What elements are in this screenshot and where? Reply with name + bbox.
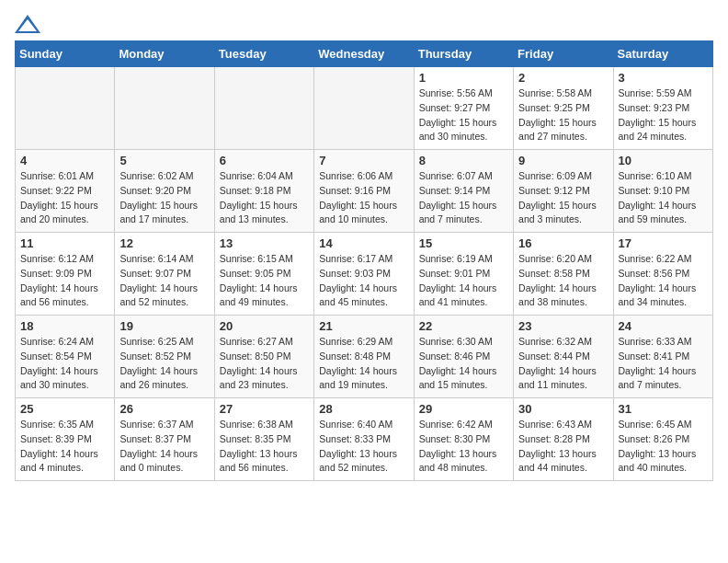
day-info: Sunrise: 6:19 AMSunset: 9:01 PMDaylight:… bbox=[419, 252, 508, 310]
calendar-cell bbox=[16, 67, 115, 150]
calendar-cell: 1Sunrise: 5:56 AMSunset: 9:27 PMDaylight… bbox=[414, 67, 513, 150]
header-sunday: Sunday bbox=[16, 41, 115, 67]
day-info: Sunrise: 6:10 AMSunset: 9:10 PMDaylight:… bbox=[619, 169, 708, 227]
day-number: 20 bbox=[220, 319, 309, 333]
calendar-cell bbox=[115, 67, 214, 150]
day-info: Sunrise: 6:37 AMSunset: 8:37 PMDaylight:… bbox=[119, 418, 209, 476]
day-number: 3 bbox=[619, 71, 708, 85]
calendar-cell: 29Sunrise: 6:42 AMSunset: 8:30 PMDayligh… bbox=[414, 398, 513, 481]
header-wednesday: Wednesday bbox=[314, 41, 414, 67]
day-number: 25 bbox=[20, 402, 109, 416]
calendar-cell: 23Sunrise: 6:32 AMSunset: 8:44 PMDayligh… bbox=[514, 316, 613, 398]
calendar-cell: 13Sunrise: 6:15 AMSunset: 9:05 PMDayligh… bbox=[214, 233, 313, 316]
day-info: Sunrise: 6:45 AMSunset: 8:26 PMDaylight:… bbox=[619, 418, 708, 476]
day-number: 30 bbox=[518, 402, 608, 416]
calendar-cell: 2Sunrise: 5:58 AMSunset: 9:25 PMDaylight… bbox=[514, 67, 613, 150]
calendar-week-3: 18Sunrise: 6:24 AMSunset: 8:54 PMDayligh… bbox=[16, 316, 713, 398]
day-number: 22 bbox=[419, 319, 508, 333]
day-number: 31 bbox=[619, 402, 708, 416]
header-thursday: Thursday bbox=[414, 41, 513, 67]
calendar-cell: 25Sunrise: 6:35 AMSunset: 8:39 PMDayligh… bbox=[16, 398, 115, 481]
calendar-header-row: SundayMondayTuesdayWednesdayThursdayFrid… bbox=[16, 41, 713, 67]
day-number: 9 bbox=[518, 154, 608, 167]
header-saturday: Saturday bbox=[613, 41, 712, 67]
day-number: 2 bbox=[518, 71, 608, 85]
calendar-cell: 31Sunrise: 6:45 AMSunset: 8:26 PMDayligh… bbox=[613, 398, 712, 481]
day-info: Sunrise: 6:35 AMSunset: 8:39 PMDaylight:… bbox=[20, 418, 109, 476]
day-info: Sunrise: 6:07 AMSunset: 9:14 PMDaylight:… bbox=[419, 169, 508, 227]
calendar-cell: 27Sunrise: 6:38 AMSunset: 8:35 PMDayligh… bbox=[214, 398, 313, 481]
logo bbox=[15, 15, 44, 33]
calendar-cell: 4Sunrise: 6:01 AMSunset: 9:22 PMDaylight… bbox=[16, 150, 115, 233]
calendar-cell: 11Sunrise: 6:12 AMSunset: 9:09 PMDayligh… bbox=[16, 233, 115, 316]
day-info: Sunrise: 6:02 AMSunset: 9:20 PMDaylight:… bbox=[119, 169, 209, 227]
day-number: 23 bbox=[518, 319, 608, 333]
day-number: 26 bbox=[119, 402, 209, 416]
day-info: Sunrise: 6:33 AMSunset: 8:41 PMDaylight:… bbox=[619, 335, 708, 393]
day-info: Sunrise: 6:24 AMSunset: 8:54 PMDaylight:… bbox=[20, 335, 109, 393]
calendar-cell: 17Sunrise: 6:22 AMSunset: 8:56 PMDayligh… bbox=[613, 233, 712, 316]
calendar-cell: 19Sunrise: 6:25 AMSunset: 8:52 PMDayligh… bbox=[115, 316, 214, 398]
day-number: 14 bbox=[319, 236, 408, 250]
day-number: 28 bbox=[319, 402, 408, 416]
day-info: Sunrise: 6:30 AMSunset: 8:46 PMDaylight:… bbox=[419, 335, 508, 393]
logo-icon bbox=[15, 15, 40, 33]
calendar-cell: 15Sunrise: 6:19 AMSunset: 9:01 PMDayligh… bbox=[414, 233, 513, 316]
day-number: 1 bbox=[419, 71, 508, 85]
day-number: 15 bbox=[419, 236, 508, 250]
day-number: 7 bbox=[319, 154, 408, 167]
calendar-table: SundayMondayTuesdayWednesdayThursdayFrid… bbox=[15, 40, 713, 481]
day-number: 5 bbox=[119, 154, 209, 167]
day-number: 13 bbox=[220, 236, 309, 250]
day-info: Sunrise: 6:15 AMSunset: 9:05 PMDaylight:… bbox=[220, 252, 309, 310]
day-info: Sunrise: 6:42 AMSunset: 8:30 PMDaylight:… bbox=[419, 418, 508, 476]
day-info: Sunrise: 5:58 AMSunset: 9:25 PMDaylight:… bbox=[518, 86, 608, 144]
calendar-cell: 22Sunrise: 6:30 AMSunset: 8:46 PMDayligh… bbox=[414, 316, 513, 398]
calendar-cell bbox=[314, 67, 414, 150]
calendar-cell: 21Sunrise: 6:29 AMSunset: 8:48 PMDayligh… bbox=[314, 316, 414, 398]
calendar-week-4: 25Sunrise: 6:35 AMSunset: 8:39 PMDayligh… bbox=[16, 398, 713, 481]
calendar-cell bbox=[214, 67, 313, 150]
day-info: Sunrise: 6:32 AMSunset: 8:44 PMDaylight:… bbox=[518, 335, 608, 393]
calendar-cell: 16Sunrise: 6:20 AMSunset: 8:58 PMDayligh… bbox=[514, 233, 613, 316]
day-info: Sunrise: 6:29 AMSunset: 8:48 PMDaylight:… bbox=[319, 335, 408, 393]
calendar-cell: 3Sunrise: 5:59 AMSunset: 9:23 PMDaylight… bbox=[613, 67, 712, 150]
day-info: Sunrise: 6:17 AMSunset: 9:03 PMDaylight:… bbox=[319, 252, 408, 310]
calendar-cell: 26Sunrise: 6:37 AMSunset: 8:37 PMDayligh… bbox=[115, 398, 214, 481]
day-info: Sunrise: 5:59 AMSunset: 9:23 PMDaylight:… bbox=[619, 86, 708, 144]
calendar-cell: 10Sunrise: 6:10 AMSunset: 9:10 PMDayligh… bbox=[613, 150, 712, 233]
calendar-cell: 14Sunrise: 6:17 AMSunset: 9:03 PMDayligh… bbox=[314, 233, 414, 316]
calendar-cell: 28Sunrise: 6:40 AMSunset: 8:33 PMDayligh… bbox=[314, 398, 414, 481]
day-info: Sunrise: 5:56 AMSunset: 9:27 PMDaylight:… bbox=[419, 86, 508, 144]
header-monday: Monday bbox=[115, 41, 214, 67]
day-info: Sunrise: 6:20 AMSunset: 8:58 PMDaylight:… bbox=[518, 252, 608, 310]
calendar-cell: 8Sunrise: 6:07 AMSunset: 9:14 PMDaylight… bbox=[414, 150, 513, 233]
day-number: 21 bbox=[319, 319, 408, 333]
day-info: Sunrise: 6:06 AMSunset: 9:16 PMDaylight:… bbox=[319, 169, 408, 227]
day-number: 27 bbox=[220, 402, 309, 416]
day-number: 18 bbox=[20, 319, 109, 333]
day-number: 11 bbox=[20, 236, 109, 250]
day-info: Sunrise: 6:38 AMSunset: 8:35 PMDaylight:… bbox=[220, 418, 309, 476]
calendar-cell: 20Sunrise: 6:27 AMSunset: 8:50 PMDayligh… bbox=[214, 316, 313, 398]
day-info: Sunrise: 6:25 AMSunset: 8:52 PMDaylight:… bbox=[119, 335, 209, 393]
day-info: Sunrise: 6:27 AMSunset: 8:50 PMDaylight:… bbox=[220, 335, 309, 393]
calendar-cell: 24Sunrise: 6:33 AMSunset: 8:41 PMDayligh… bbox=[613, 316, 712, 398]
day-number: 19 bbox=[119, 319, 209, 333]
header bbox=[15, 15, 713, 33]
header-tuesday: Tuesday bbox=[214, 41, 313, 67]
day-number: 12 bbox=[119, 236, 209, 250]
day-info: Sunrise: 6:04 AMSunset: 9:18 PMDaylight:… bbox=[220, 169, 309, 227]
day-number: 10 bbox=[619, 154, 708, 167]
day-info: Sunrise: 6:12 AMSunset: 9:09 PMDaylight:… bbox=[20, 252, 109, 310]
day-number: 8 bbox=[419, 154, 508, 167]
header-friday: Friday bbox=[514, 41, 613, 67]
day-number: 17 bbox=[619, 236, 708, 250]
day-number: 4 bbox=[20, 154, 109, 167]
calendar-cell: 12Sunrise: 6:14 AMSunset: 9:07 PMDayligh… bbox=[115, 233, 214, 316]
calendar-cell: 7Sunrise: 6:06 AMSunset: 9:16 PMDaylight… bbox=[314, 150, 414, 233]
day-info: Sunrise: 6:09 AMSunset: 9:12 PMDaylight:… bbox=[518, 169, 608, 227]
day-number: 29 bbox=[419, 402, 508, 416]
day-number: 16 bbox=[518, 236, 608, 250]
day-info: Sunrise: 6:43 AMSunset: 8:28 PMDaylight:… bbox=[518, 418, 608, 476]
